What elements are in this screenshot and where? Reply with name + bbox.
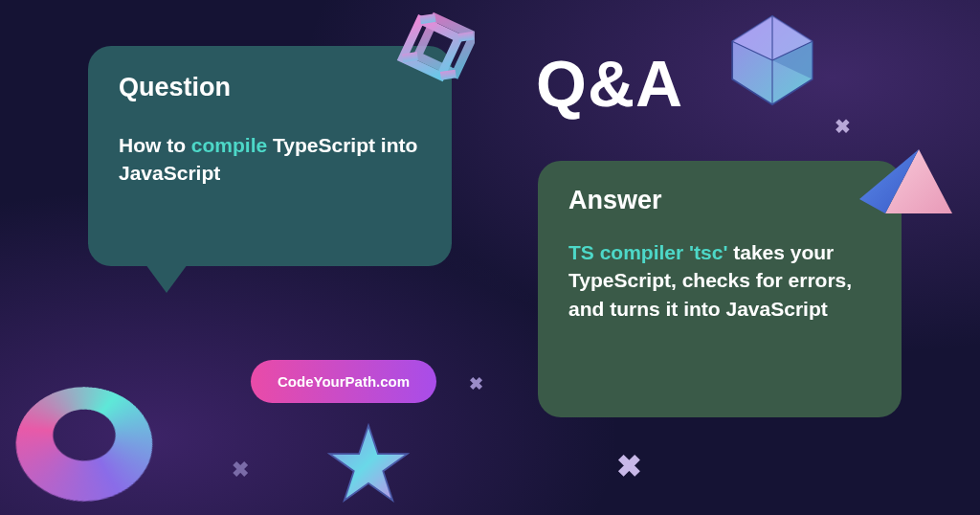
question-title: Question (119, 73, 421, 102)
x-icon: ✖ (469, 373, 483, 394)
pyramid-icon (852, 142, 957, 237)
torus-icon (17, 366, 151, 500)
star-icon (325, 421, 412, 507)
question-highlight: compile (191, 134, 267, 156)
answer-highlight: TS compiler 'tsc' (568, 241, 727, 263)
svg-marker-0 (330, 426, 408, 501)
qa-heading: Q&A (536, 46, 683, 121)
answer-body: TS compiler 'tsc' takes your TypeScript,… (568, 238, 871, 323)
site-badge: CodeYourPath.com (251, 360, 436, 403)
question-body: How to compile TypeScript into JavaScrip… (119, 131, 421, 188)
question-prefix: How to (119, 134, 191, 156)
cube-icon (390, 11, 475, 96)
x-icon: ✖ (232, 458, 249, 482)
answer-card: Answer TS compiler 'tsc' takes your Type… (538, 161, 902, 417)
x-icon: ✖ (835, 115, 851, 138)
x-icon: ✖ (616, 448, 642, 484)
polyhedron-icon (720, 8, 825, 113)
answer-title: Answer (568, 186, 871, 215)
